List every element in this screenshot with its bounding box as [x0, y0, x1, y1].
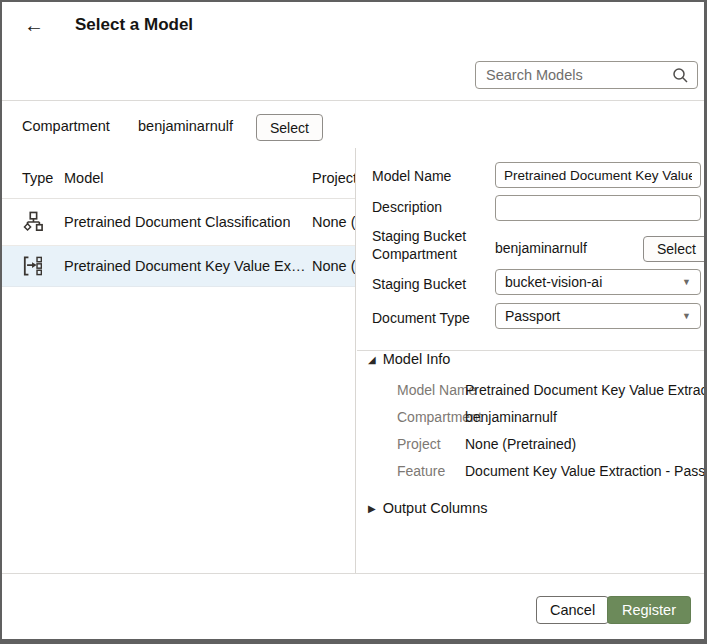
output-columns-section-toggle[interactable]: ▶ Output Columns: [368, 500, 487, 516]
document-type-label: Document Type: [372, 310, 470, 326]
model-name-label: Model Name: [372, 168, 451, 184]
staging-bucket-label: Staging Bucket: [372, 276, 466, 292]
description-input[interactable]: [495, 195, 701, 221]
document-type-selected-value: Passport: [505, 308, 560, 324]
chevron-down-icon: ▼: [682, 270, 691, 294]
compartment-value: benjaminarnulf: [138, 118, 233, 134]
model-details-panel: Model Name Description Staging Bucket Co…: [357, 148, 704, 575]
output-columns-title: Output Columns: [383, 500, 488, 516]
staging-bucket-selected-value: bucket-vision-ai: [505, 274, 602, 290]
column-header-project: Project: [312, 170, 356, 186]
search-icon: [672, 67, 688, 83]
model-info-title: Model Info: [383, 351, 451, 367]
table-row-pretrained-document-key-value-extraction[interactable]: Pretrained Document Key Value Extraction…: [2, 246, 355, 287]
column-header-model: Model: [64, 170, 104, 186]
select-model-dialog: ← Select a Model Compartment benjaminarn…: [0, 0, 707, 644]
search-box: [475, 61, 698, 89]
chevron-down-icon: ▼: [682, 304, 691, 328]
cancel-button[interactable]: Cancel: [536, 596, 609, 624]
info-compartment-value: benjaminarnulf: [465, 409, 557, 425]
triangle-expanded-icon: ◢: [368, 354, 376, 365]
info-model-name-value: Pretrained Document Key Value Extraction: [465, 382, 704, 398]
header-divider: [2, 100, 704, 101]
staging-bucket-compartment-value: benjaminarnulf: [495, 240, 587, 256]
key-value-extraction-icon: [23, 256, 42, 277]
staging-bucket-compartment-label: Staging Bucket Compartment: [372, 228, 484, 263]
model-list-panel: Type Model Project Pretrained Document C…: [2, 148, 356, 573]
info-project-value: None (Pretrained): [465, 436, 576, 452]
compartment-label: Compartment: [22, 118, 110, 134]
project-cell: None (Pretrained): [312, 214, 356, 230]
search-input[interactable]: [476, 67, 672, 83]
staging-bucket-dropdown[interactable]: bucket-vision-ai ▼: [495, 269, 701, 295]
register-button[interactable]: Register: [607, 596, 691, 624]
classification-tree-icon: [23, 211, 43, 233]
footer-divider: [2, 573, 704, 574]
info-feature-label: Feature: [397, 463, 445, 479]
column-header-type: Type: [22, 170, 53, 186]
table-row-pretrained-document-classification[interactable]: Pretrained Document Classification None …: [2, 199, 355, 246]
info-project-label: Project: [397, 436, 441, 452]
page-title: Select a Model: [75, 15, 193, 35]
model-name-cell: Pretrained Document Key Value Extraction: [64, 258, 306, 274]
model-name-cell: Pretrained Document Classification: [64, 214, 290, 230]
staging-bucket-compartment-select-button[interactable]: Select: [643, 236, 704, 262]
back-button[interactable]: ←: [20, 12, 48, 38]
project-cell: None (Pretrained): [312, 258, 356, 274]
description-label: Description: [372, 199, 442, 215]
triangle-collapsed-icon: ▶: [368, 503, 376, 514]
model-name-input[interactable]: [495, 162, 701, 188]
model-info-section-toggle[interactable]: ◢ Model Info: [368, 351, 450, 367]
compartment-select-button[interactable]: Select: [256, 114, 323, 141]
document-type-dropdown[interactable]: Passport ▼: [495, 303, 701, 329]
info-feature-value: Document Key Value Extraction - Passport: [465, 463, 704, 479]
